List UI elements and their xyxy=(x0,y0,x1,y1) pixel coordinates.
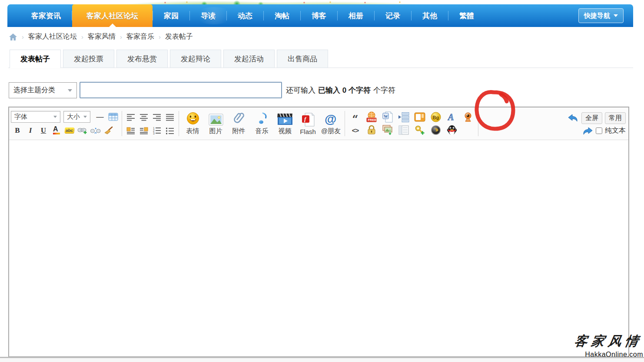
tab-new-poll[interactable]: 发起投票 xyxy=(63,50,114,68)
attachment-icon xyxy=(232,112,246,126)
align-right-icon[interactable] xyxy=(150,111,163,123)
nav-item-album[interactable]: 相册 xyxy=(338,4,374,27)
smiley-icon xyxy=(186,112,200,126)
align-group: 123 xyxy=(124,111,176,137)
float-right-icon[interactable] xyxy=(137,124,150,137)
toolbar-separator xyxy=(345,111,345,136)
table-icon[interactable] xyxy=(106,111,120,123)
at-friend-button[interactable]: @ @朋友 xyxy=(319,111,342,136)
breadcrumb-separator: › xyxy=(159,33,161,40)
common-tools-button[interactable]: 常用 xyxy=(605,112,626,124)
format-group: 字体 大小 — B I U xyxy=(11,111,120,137)
table-list-icon[interactable] xyxy=(397,124,410,136)
underline-icon[interactable]: U xyxy=(37,124,50,137)
smiley-button[interactable]: 表情 xyxy=(181,111,204,136)
insert-link-icon[interactable] xyxy=(76,124,89,137)
unordered-list-icon[interactable] xyxy=(163,124,176,137)
chevron-down-icon xyxy=(83,116,87,118)
qq-icon[interactable] xyxy=(445,124,458,136)
tab-new-thread[interactable]: 发表帖子 xyxy=(10,50,61,68)
bold-icon[interactable]: B xyxy=(11,124,24,137)
align-center-icon[interactable] xyxy=(137,111,150,123)
breadcrumb-forum[interactable]: 客家人社区论坛 xyxy=(28,32,77,41)
smiley-label: 表情 xyxy=(186,127,199,135)
attachment-button[interactable]: 附件 xyxy=(227,111,250,136)
image-button[interactable]: 图片 xyxy=(204,111,227,136)
watermark-calligraphy: 客家风情 xyxy=(573,332,644,350)
flash-icon: f xyxy=(302,113,315,127)
free-info-icon[interactable]: FREE xyxy=(365,111,378,123)
video-button[interactable]: 视频 xyxy=(273,111,296,136)
undo-icon[interactable] xyxy=(568,113,579,123)
background-color-icon[interactable]: Bg xyxy=(429,111,442,123)
highlight-icon[interactable]: abc xyxy=(63,124,76,137)
quote-icon[interactable]: “ xyxy=(349,111,362,123)
post-type-tabs: 发表帖子 发起投票 发布悬赏 发起辩论 发起活动 出售商品 xyxy=(10,50,328,68)
webcam-icon[interactable] xyxy=(461,111,475,123)
svg-text:FREE: FREE xyxy=(368,118,376,122)
category-select[interactable]: 选择主题分类 xyxy=(9,82,77,98)
chevron-down-icon xyxy=(68,89,72,92)
italic-icon[interactable]: I xyxy=(24,124,37,137)
plain-text-checkbox[interactable] xyxy=(596,127,602,134)
svg-text:W: W xyxy=(384,114,388,119)
nav-item-doing[interactable]: 记录 xyxy=(375,4,411,27)
breadcrumb-subforum[interactable]: 客家音乐 xyxy=(126,32,154,41)
fullscreen-button[interactable]: 全屏 xyxy=(581,112,602,124)
ordered-list-icon[interactable]: 123 xyxy=(150,124,163,137)
hide-lock-icon[interactable] xyxy=(365,124,378,136)
window-bottom-area xyxy=(0,358,644,362)
font-color-icon[interactable]: A xyxy=(50,124,63,137)
word-doc-icon[interactable]: W xyxy=(381,111,394,123)
permission-key-icon[interactable] xyxy=(413,124,426,136)
graffiti-ball-icon[interactable] xyxy=(429,124,442,136)
nav-item-forum[interactable]: 客家人社区论坛 xyxy=(72,4,153,27)
breadcrumb-category[interactable]: 客家风情 xyxy=(88,32,116,41)
nav-item-home[interactable]: 家园 xyxy=(153,4,189,27)
align-justify-icon[interactable] xyxy=(163,111,176,123)
nav-item-misc[interactable]: 其他 xyxy=(412,4,448,27)
code-icon[interactable]: <> xyxy=(349,124,362,136)
font-size-select[interactable]: 大小 xyxy=(63,111,90,123)
music-button[interactable]: 音乐 xyxy=(250,111,273,136)
attachment-label: 附件 xyxy=(232,127,246,135)
active-tab-notch xyxy=(109,23,116,27)
nav-item-traditional[interactable]: 繁體 xyxy=(448,4,485,27)
image-label: 图片 xyxy=(209,127,222,135)
quick-nav-label: 快捷导航 xyxy=(584,12,610,20)
plain-text-label: 纯文本 xyxy=(605,126,626,135)
svg-text:3: 3 xyxy=(153,132,155,134)
nav-item-feed[interactable]: 动态 xyxy=(227,4,263,27)
svg-text:Bg: Bg xyxy=(432,115,439,120)
tab-new-trade[interactable]: 出售商品 xyxy=(277,50,328,68)
home-icon[interactable] xyxy=(9,33,17,41)
wordart-icon[interactable]: A xyxy=(445,111,458,123)
float-left-icon[interactable] xyxy=(124,124,137,137)
hr-icon[interactable]: — xyxy=(93,111,106,123)
at-friend-icon: @ xyxy=(324,112,339,126)
flash-button[interactable]: f Flash xyxy=(296,111,319,136)
font-family-select[interactable]: 字体 xyxy=(11,111,60,123)
paragraph-layout-icon[interactable] xyxy=(397,111,410,123)
rich-text-editor: 字体 大小 — B I U xyxy=(8,107,629,357)
tab-new-activity[interactable]: 发起活动 xyxy=(223,50,275,68)
editor-content-area[interactable] xyxy=(9,140,628,356)
redo-icon[interactable] xyxy=(582,126,593,136)
album-icon[interactable] xyxy=(381,124,394,136)
tab-new-reward[interactable]: 发布悬赏 xyxy=(116,50,168,68)
nav-item-news[interactable]: 客家资讯 xyxy=(20,4,72,27)
remove-link-icon[interactable] xyxy=(89,124,102,137)
nav-item-guide[interactable]: 导读 xyxy=(190,4,226,27)
title-input[interactable] xyxy=(80,82,282,98)
clear-format-icon[interactable] xyxy=(102,124,115,137)
nav-item-forum-label: 客家人社区论坛 xyxy=(86,11,138,21)
video-label: 视频 xyxy=(279,127,292,135)
align-left-icon[interactable] xyxy=(124,111,137,123)
quick-nav-button[interactable]: 快捷导航 xyxy=(578,8,624,23)
media-board-icon[interactable] xyxy=(413,111,426,123)
music-label: 音乐 xyxy=(256,127,269,135)
nav-item-blog[interactable]: 博客 xyxy=(301,4,337,27)
tab-new-debate[interactable]: 发起辩论 xyxy=(170,50,221,68)
nav-item-collection[interactable]: 淘帖 xyxy=(264,4,300,27)
svg-text:A: A xyxy=(447,112,454,122)
